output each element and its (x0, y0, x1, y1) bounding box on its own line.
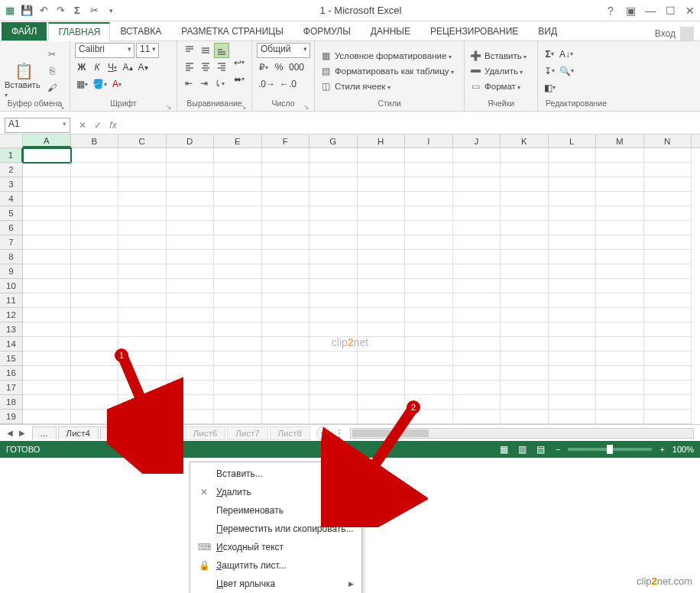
cell[interactable] (118, 410, 167, 424)
cell[interactable] (453, 366, 501, 381)
copy-icon[interactable]: ⎘ (46, 65, 58, 77)
cell[interactable] (453, 395, 501, 410)
cell[interactable] (453, 250, 501, 264)
cell[interactable] (167, 163, 215, 177)
cell[interactable] (23, 264, 71, 279)
cell[interactable] (309, 352, 358, 366)
column-header[interactable]: H (358, 134, 406, 147)
conditional-format-button[interactable]: ▦Условное форматирование (319, 50, 459, 62)
cell[interactable] (214, 177, 262, 192)
tab-view[interactable]: ВИД (528, 22, 567, 41)
cell[interactable] (644, 308, 692, 322)
row-header[interactable]: 11 (0, 293, 23, 308)
save-icon[interactable]: 💾 (20, 4, 34, 18)
cell[interactable] (214, 366, 262, 381)
clear-button[interactable]: ◧ (543, 80, 557, 96)
cell[interactable] (167, 264, 215, 279)
zoom-in-button[interactable]: + (659, 445, 664, 454)
cell[interactable] (118, 221, 167, 235)
row-header[interactable]: 10 (0, 279, 23, 293)
sheet-tab-8[interactable]: Лист8 (270, 426, 310, 440)
cell[interactable] (23, 381, 71, 395)
cell[interactable] (23, 221, 71, 235)
cell[interactable] (405, 279, 453, 293)
sheet-tab-4[interactable]: Лист4 (58, 426, 99, 439)
cm-rename[interactable]: Переименовать (190, 501, 361, 520)
cell[interactable] (501, 337, 549, 352)
cell[interactable] (453, 177, 501, 192)
cell[interactable] (453, 293, 501, 308)
cell-styles-button[interactable]: ◫Стили ячеек (319, 80, 459, 92)
cell[interactable] (118, 264, 167, 279)
cell[interactable] (549, 148, 597, 163)
decrease-indent-button[interactable]: ⇤ (182, 76, 196, 91)
cell[interactable] (596, 163, 644, 177)
cell[interactable] (405, 264, 453, 279)
cell[interactable] (358, 235, 406, 250)
cell[interactable] (118, 279, 167, 293)
cell[interactable] (118, 395, 167, 410)
cell[interactable] (262, 293, 310, 308)
cell[interactable] (453, 337, 501, 352)
cell[interactable] (549, 264, 597, 279)
cell[interactable] (501, 163, 549, 177)
cell[interactable] (549, 293, 597, 308)
cell[interactable] (453, 352, 501, 366)
cell[interactable] (549, 381, 597, 395)
add-sheet-button[interactable]: + (316, 426, 330, 440)
cell[interactable] (358, 221, 406, 235)
cell[interactable] (214, 381, 262, 395)
cell[interactable] (167, 206, 215, 221)
cell[interactable] (262, 148, 310, 163)
cell[interactable] (549, 192, 597, 206)
column-header[interactable]: I (405, 134, 453, 147)
cell[interactable] (23, 279, 71, 293)
cell[interactable] (262, 279, 310, 293)
cell[interactable] (118, 148, 167, 163)
cell[interactable] (71, 250, 119, 264)
cm-move-copy[interactable]: Переместить или скопировать... (190, 520, 361, 538)
cell[interactable] (644, 293, 692, 308)
cell[interactable] (453, 148, 501, 163)
cell[interactable] (71, 337, 119, 352)
cell[interactable] (405, 235, 453, 250)
cell[interactable] (358, 250, 406, 264)
cell[interactable] (501, 279, 549, 293)
fill-button[interactable]: ↧ (543, 63, 556, 79)
cell[interactable] (71, 279, 119, 293)
cell[interactable] (309, 235, 358, 250)
cell[interactable] (644, 381, 692, 395)
cell[interactable] (549, 177, 597, 192)
cell[interactable] (262, 366, 310, 381)
cell[interactable] (23, 410, 71, 424)
grow-font-button[interactable]: A▴ (121, 60, 134, 75)
cell[interactable] (167, 250, 215, 264)
cell[interactable] (167, 235, 215, 250)
cut-icon[interactable]: ✂ (46, 48, 58, 60)
format-cells-button[interactable]: ▭Формат (469, 80, 533, 92)
cell[interactable] (71, 322, 119, 337)
cell[interactable] (405, 308, 453, 322)
cell[interactable] (214, 250, 262, 264)
cell[interactable] (167, 366, 215, 381)
cell[interactable] (167, 192, 215, 206)
cell[interactable] (214, 148, 262, 163)
insert-cells-button[interactable]: ➕Вставить (469, 50, 533, 62)
decrease-decimal-button[interactable]: ←.0 (278, 76, 298, 92)
cm-delete[interactable]: ✕Удалить (190, 483, 361, 501)
cell[interactable] (453, 235, 501, 250)
cell[interactable] (501, 221, 549, 235)
cell[interactable] (644, 250, 692, 264)
worksheet-grid[interactable]: ABCDEFGHIJKLMN 1234567891011121314151617… (0, 134, 700, 424)
cell[interactable] (71, 163, 119, 177)
cell[interactable] (262, 337, 310, 352)
cell[interactable] (71, 381, 119, 395)
cell[interactable] (596, 264, 644, 279)
zoom-out-button[interactable]: − (556, 445, 560, 454)
horizontal-scrollbar[interactable] (350, 428, 694, 439)
cell[interactable] (23, 163, 71, 177)
cell[interactable] (214, 192, 262, 206)
close-icon[interactable]: ✕ (683, 4, 697, 18)
cell[interactable] (118, 381, 167, 395)
cell[interactable] (501, 366, 549, 381)
